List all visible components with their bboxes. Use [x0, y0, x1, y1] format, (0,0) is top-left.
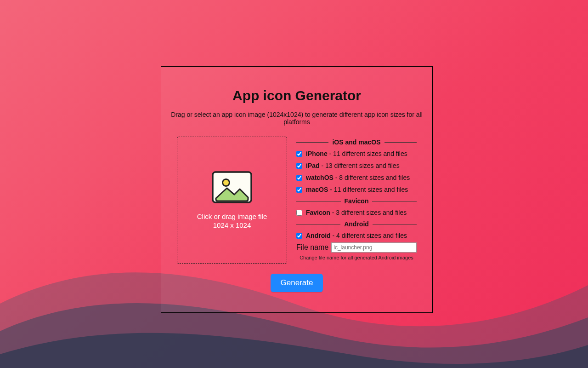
group-favicon: Favicon: [296, 197, 417, 205]
checkbox-android[interactable]: [296, 233, 302, 239]
group-android: Android: [296, 220, 417, 228]
option-iphone[interactable]: iPhone - 11 different sizes and files: [296, 148, 417, 160]
option-favicon[interactable]: Favicon - 3 different sizes and files: [296, 207, 417, 218]
options-column: iOS and macOS iPhone - 11 different size…: [296, 137, 417, 264]
option-android[interactable]: Android - 4 different sizes and files: [296, 230, 417, 242]
checkbox-iphone[interactable]: [296, 151, 302, 157]
checkbox-watchos[interactable]: [296, 175, 302, 181]
filename-label: File name: [296, 243, 328, 252]
page-subtitle: Drag or select an app icon image (1024x1…: [161, 111, 432, 126]
image-dropzone[interactable]: Click or drag image file 1024 x 1024: [177, 137, 287, 264]
option-ipad[interactable]: iPad - 13 different sizes and files: [296, 160, 417, 172]
page-title: App icon Generator: [161, 88, 432, 104]
filename-input[interactable]: [331, 242, 417, 253]
image-placeholder-icon: [211, 171, 253, 204]
checkbox-ipad[interactable]: [296, 163, 302, 169]
app-panel: App icon Generator Drag or select an app…: [161, 66, 433, 313]
group-ios-macos: iOS and macOS: [296, 138, 417, 146]
checkbox-favicon[interactable]: [296, 210, 302, 216]
option-watchos[interactable]: watchOS - 8 different sizes and files: [296, 172, 417, 184]
generate-button[interactable]: Generate: [271, 274, 323, 292]
dropzone-text: Click or drag image file 1024 x 1024: [197, 212, 267, 230]
option-macos[interactable]: macOS - 11 different sizes and files: [296, 184, 417, 196]
svg-point-1: [223, 179, 230, 186]
checkbox-macos[interactable]: [296, 187, 302, 193]
filename-hint: Change file name for all generated Andro…: [296, 255, 417, 260]
